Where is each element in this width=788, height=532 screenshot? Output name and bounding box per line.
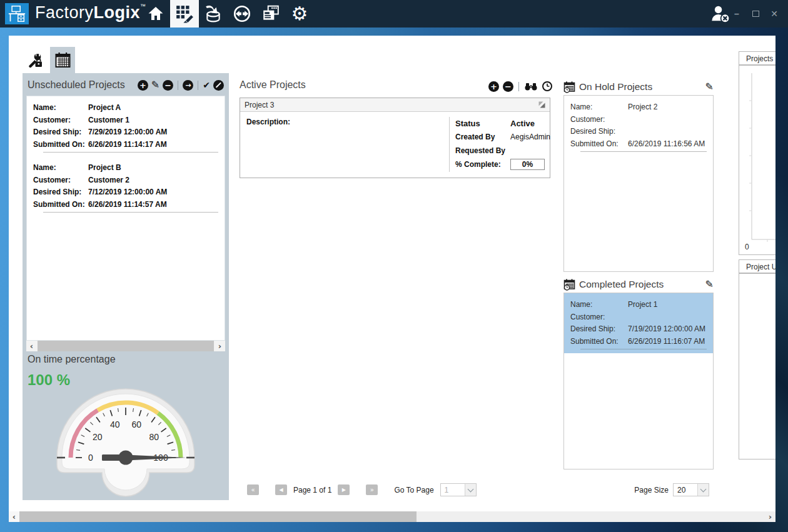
- scroll-right-icon[interactable]: ›: [215, 341, 225, 351]
- next-page-button[interactable]: ▶: [338, 484, 350, 495]
- last-page-button[interactable]: »: [366, 484, 378, 495]
- minimize-button[interactable]: –: [732, 9, 742, 19]
- ontime-gauge: 0 20 40 60 80 100: [38, 388, 213, 499]
- expand-icon[interactable]: [538, 101, 545, 108]
- calendar-clock-icon: [563, 81, 575, 93]
- field-label: Customer:: [570, 114, 628, 126]
- scroll-right-icon[interactable]: ›: [765, 511, 775, 522]
- clock-icon[interactable]: [542, 81, 553, 92]
- window-controls: – ✕: [732, 0, 779, 28]
- card-header[interactable]: Project 3: [240, 98, 550, 112]
- gauge-tick-60: 60: [132, 419, 142, 429]
- field-label: Customer:: [33, 174, 88, 187]
- data-import-nav-button[interactable]: [199, 0, 228, 28]
- field-value: Project B: [88, 162, 121, 174]
- completed-title: Completed Projects: [579, 279, 664, 290]
- field-value: Project 1: [628, 299, 657, 311]
- circle-arrows-icon: [233, 4, 251, 23]
- page-size-select[interactable]: 20: [673, 483, 709, 496]
- edit-project-icon[interactable]: ✎: [151, 80, 159, 90]
- project-usage-header: Project Us: [739, 259, 775, 273]
- planning-nav-button[interactable]: [170, 0, 199, 28]
- main-navbar: ⚙: [141, 0, 314, 28]
- page-indicator: Page 1 of 1: [293, 486, 331, 494]
- scrollbar-thumb[interactable]: [38, 341, 214, 351]
- projects-by-chart-header: Projects B: [739, 51, 775, 65]
- dropdown-button[interactable]: [465, 484, 476, 496]
- home-nav-button[interactable]: [141, 0, 170, 28]
- close-button[interactable]: ✕: [769, 9, 779, 19]
- field-value: 7/29/2019 12:00:00 AM: [88, 126, 167, 139]
- documents-icon: [261, 4, 280, 23]
- logout-user-button[interactable]: [710, 5, 730, 24]
- list-item[interactable]: Name:Project A Customer:Customer 1 Desir…: [27, 96, 225, 156]
- unscheduled-title: Unscheduled Projects: [28, 79, 125, 91]
- maximize-icon: [752, 11, 759, 17]
- cancel-icon[interactable]: [213, 80, 224, 91]
- wrench-lock-icon: [27, 52, 44, 69]
- scroll-left-icon[interactable]: ‹: [26, 341, 37, 351]
- field-value: Project A: [88, 102, 121, 114]
- scroll-left-icon[interactable]: ‹: [9, 511, 19, 522]
- main-content: Unscheduled Projects + ✎ − → ✔ Name:Proj…: [9, 36, 775, 511]
- goto-page-label: Go To Page: [394, 486, 433, 494]
- edit-pencil-icon[interactable]: ✎: [705, 279, 714, 289]
- titlebar: FactoryLogix™: [0, 0, 788, 28]
- approve-icon[interactable]: ✔: [203, 81, 210, 89]
- field-value: 7/19/2019 12:00:00 AM: [628, 323, 705, 336]
- field-value: 7/12/2019 12:00:00 AM: [88, 186, 167, 199]
- scrollbar-thumb[interactable]: [19, 511, 417, 522]
- page-size-label: Page Size: [634, 486, 669, 494]
- remove-project-button[interactable]: −: [163, 80, 173, 91]
- field-value: 6/26/2019 11:16:56 AM: [628, 138, 705, 151]
- item-divider: [580, 151, 707, 152]
- binoculars-icon[interactable]: [524, 83, 538, 91]
- factorylogix-logo-icon: [5, 3, 29, 24]
- projects-by-chart: 0: [739, 65, 775, 255]
- requested-by-label: Requested By: [455, 146, 524, 155]
- card-divider: [449, 117, 450, 172]
- status-value: Active: [510, 119, 535, 128]
- first-page-button[interactable]: «: [247, 484, 259, 495]
- app-window: FactoryLogix™: [0, 0, 788, 532]
- edit-pencil-icon[interactable]: ✎: [705, 82, 714, 92]
- item-divider: [43, 152, 218, 153]
- projects-by-title: Projects B: [739, 52, 775, 66]
- main-hscrollbar[interactable]: ‹ ›: [9, 511, 775, 522]
- goto-page-combobox[interactable]: 1: [440, 483, 477, 496]
- field-label: Desired Ship:: [33, 186, 88, 199]
- list-item-selected[interactable]: Name:Project 1 Customer: Desired Ship:7/…: [564, 293, 713, 353]
- maximize-button[interactable]: [750, 9, 760, 19]
- field-label: Submitted On:: [570, 138, 628, 151]
- dropdown-button[interactable]: [697, 484, 709, 496]
- previous-page-button[interactable]: ◀: [275, 484, 287, 495]
- tab-scheduling[interactable]: [50, 47, 75, 73]
- database-arrow-icon: [204, 4, 223, 23]
- list-item[interactable]: Name:Project 2 Customer: Desired Ship: S…: [564, 96, 713, 156]
- add-active-button[interactable]: +: [488, 81, 499, 92]
- on-hold-header: On Hold Projects ✎: [563, 79, 714, 94]
- unscheduled-hscrollbar[interactable]: ‹ ›: [26, 341, 225, 351]
- transfer-nav-button[interactable]: [228, 0, 256, 28]
- ontime-value: 100 %: [28, 371, 70, 389]
- card-title: Project 3: [245, 101, 274, 109]
- item-divider: [580, 349, 707, 349]
- remove-active-button[interactable]: −: [503, 81, 513, 92]
- brand-wordmark: FactoryLogix™: [35, 3, 146, 23]
- move-project-button[interactable]: →: [183, 80, 193, 91]
- unscheduled-panel: Unscheduled Projects + ✎ − → ✔ Name:Proj…: [23, 73, 229, 500]
- on-hold-title: On Hold Projects: [579, 81, 652, 93]
- settings-nav-button[interactable]: ⚙: [285, 0, 314, 28]
- reports-nav-button[interactable]: [256, 0, 285, 28]
- add-project-button[interactable]: +: [138, 80, 148, 91]
- page-size-value: 20: [674, 484, 697, 496]
- list-item[interactable]: Name:Project B Customer:Customer 2 Desir…: [27, 156, 225, 216]
- project-usage-title: Project Us: [739, 260, 775, 274]
- field-label: Name:: [33, 162, 88, 174]
- field-label: Desired Ship:: [33, 126, 88, 139]
- tab-admin-tools[interactable]: [23, 47, 48, 73]
- chevron-down-icon: [700, 486, 707, 492]
- cancel-slash: [216, 82, 221, 88]
- gauge-tick-0: 0: [88, 453, 93, 463]
- toolbar-divider: [518, 82, 519, 91]
